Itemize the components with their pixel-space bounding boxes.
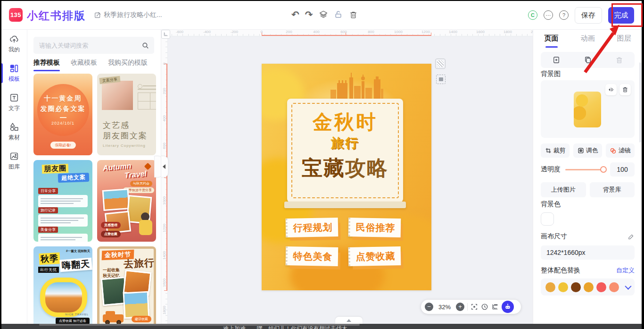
sidebar-item-mine[interactable]: 我的 — [1, 29, 27, 59]
poster-title-line2: 旅行 — [287, 135, 403, 152]
zoom-in-button[interactable]: + — [456, 303, 464, 311]
poster-canvas-page[interactable]: 金秋时 旅行 宝藏攻略 行程规划 民俗推荐 特色美食 点赞收藏 — [262, 64, 431, 290]
decor — [143, 85, 156, 86]
template-badge: 建议收藏 — [132, 316, 151, 322]
brand-logo[interactable]: 135 — [9, 8, 23, 22]
canvas-size-input[interactable]: 1242*1660px — [541, 245, 635, 260]
bg-library-button[interactable]: 背景库 — [590, 182, 635, 197]
panel-scrollbar[interactable] — [639, 62, 641, 143]
bg-image-thumbnail[interactable] — [574, 92, 601, 127]
poster-tag: 行程规划 — [286, 218, 339, 237]
template-card-golden-autumn[interactable]: 金秋时节 去旅行 一起收集 秋天记忆 建议收藏 — [97, 246, 156, 324]
crop-button[interactable]: 裁剪 — [541, 143, 570, 158]
canvas-transparency-toggle[interactable] — [435, 59, 446, 69]
divider — [467, 303, 468, 311]
tab-page[interactable]: 页面 — [545, 34, 559, 48]
fit-screen-icon[interactable] — [471, 303, 478, 311]
palette-color[interactable] — [584, 282, 594, 292]
template-badge: 灵感整理 — [101, 222, 121, 228]
bg-source-buttons: 上传图片 背景库 — [541, 182, 635, 197]
palette-color[interactable] — [558, 282, 568, 292]
slider-knob[interactable] — [600, 166, 607, 173]
search-box[interactable] — [33, 37, 154, 54]
ruler-tick-label: 600 — [162, 143, 166, 149]
panel-collapse-handle[interactable] — [154, 156, 161, 177]
palette-color[interactable] — [609, 282, 619, 292]
search-input[interactable] — [38, 42, 141, 50]
layers-icon[interactable] — [319, 10, 328, 19]
duplicate-page-icon[interactable] — [584, 56, 592, 64]
template-subtitle: Literary Copywriting — [103, 143, 146, 148]
delete-page-icon[interactable] — [615, 56, 623, 64]
ruler-tick-label: 1400 — [449, 30, 457, 34]
ruler-tick-label: 400 — [162, 115, 166, 121]
opacity-value[interactable]: 100 — [610, 162, 635, 177]
canvas-thumbnail-toggle[interactable] — [436, 75, 446, 84]
search-icon[interactable] — [141, 42, 149, 50]
ruler-tick-label: 1600 — [476, 30, 485, 34]
chevron-down-icon[interactable] — [625, 283, 631, 290]
save-button[interactable]: 保存 — [575, 7, 602, 24]
template-card-golden-week[interactable]: 十一黄金周 发圈必备文案 2024/10/1 假期必看! — [33, 74, 92, 155]
tab-purchased[interactable]: 我购买的模版 — [108, 59, 148, 71]
app-window: 135 小红书排版 秋季旅行攻略小红... ↶ ↷ — [0, 0, 644, 329]
undo-icon[interactable]: ↶ — [291, 9, 299, 20]
clipped-text: 难上加难 嘿，姐们儿！你们有没有想过去伐木 — [223, 325, 347, 329]
tab-favorites[interactable]: 收藏模板 — [71, 59, 97, 71]
custom-palette-link[interactable]: 自定义 — [616, 266, 635, 275]
opacity-slider[interactable] — [565, 169, 603, 170]
add-page-icon[interactable] — [552, 56, 561, 64]
sidebar-nav: 我的 模板 文字 素材 — [1, 29, 27, 324]
template-card-literary[interactable]: 文案分享 文艺感 朋友圈文案 Literary Copywriting — [97, 74, 156, 155]
bottom-panel-expand-handle[interactable] — [335, 317, 363, 324]
flip-horizontal-icon[interactable] — [605, 84, 617, 95]
ruler-tick-label: 1600 — [162, 278, 166, 287]
palette-color[interactable] — [596, 282, 606, 292]
copyright-icon[interactable]: C — [528, 10, 537, 20]
sidebar-item-materials[interactable]: 素材 — [1, 117, 27, 146]
canvas-size-label: 画布尺寸 — [541, 232, 567, 241]
template-card-autumn-fun[interactable]: #一篇文 玩转秋天 秋季 出行无忧 嗨翻天 NICE TRAVEL 点赞收藏 旅… — [33, 246, 92, 324]
editor-app: 135 小红书排版 秋季旅行攻略小红... ↶ ↷ — [1, 1, 642, 324]
image-tools: 裁剪 调色 滤镜 — [541, 143, 635, 158]
edit-icon — [94, 11, 101, 19]
opacity-row: 透明度 100 — [541, 162, 635, 177]
palette-color[interactable] — [571, 282, 581, 292]
zoom-out-button[interactable]: − — [425, 303, 433, 311]
template-title: 发圈必备文案 — [33, 105, 92, 113]
feedback-icon[interactable]: ⋯ — [544, 10, 553, 20]
history-icon[interactable] — [481, 303, 488, 311]
done-button[interactable]: 完成 — [608, 7, 634, 24]
palette-color[interactable] — [545, 282, 555, 292]
sidebar-item-gallery[interactable]: 图库 — [1, 146, 27, 176]
template-card-moments-copy[interactable]: 朋友圈 超绝文案 日常分享 旅行记录 美食分享 — [33, 160, 92, 242]
bg-color-swatch[interactable] — [541, 212, 554, 226]
canvas-area[interactable]: -600-400-2000200400600800100012001400160… — [161, 29, 533, 324]
photo-thumbnail — [102, 81, 133, 110]
filter-button[interactable]: 滤镜 — [606, 143, 635, 158]
redo-icon[interactable]: ↷ — [305, 9, 313, 20]
tab-recommended[interactable]: 推荐模板 — [33, 59, 60, 71]
unlock-icon[interactable] — [334, 10, 343, 19]
template-badge: 点赞收藏 — [101, 231, 121, 237]
upload-image-button[interactable]: 上传图片 — [541, 182, 586, 197]
document-title-group[interactable]: 秋季旅行攻略小红... — [94, 11, 162, 19]
ruler-tick-label: 1800 — [504, 30, 512, 34]
template-card-autumn-travel[interactable]: Autumn Travel 与秋天约会 秋季旅游干货分享 灵感整理 点赞收藏 — [97, 160, 156, 242]
sidebar-item-text[interactable]: 文字 — [1, 88, 27, 117]
delete-icon[interactable] — [349, 10, 358, 19]
tab-animation[interactable]: 动画 — [581, 34, 595, 48]
sidebar-item-templates[interactable]: 模板 — [1, 59, 27, 88]
ruler-corner-icon[interactable] — [161, 30, 170, 39]
template-tabs: 推荐模板 收藏模板 我购买的模版 — [33, 59, 148, 71]
jeep-illustration — [103, 314, 124, 322]
template-panel-collapse-handle[interactable] — [161, 156, 168, 177]
tab-layers[interactable]: 图层 — [617, 34, 631, 48]
tone-button[interactable]: 调色 — [573, 143, 602, 158]
help-icon[interactable]: ? — [559, 10, 569, 20]
poster-title-guide: 攻略 — [345, 156, 388, 179]
ai-assistant-button[interactable] — [502, 301, 514, 313]
ruler-toggle-icon[interactable] — [491, 303, 499, 311]
edit-size-icon[interactable] — [627, 233, 635, 240]
remove-bg-icon[interactable] — [619, 84, 631, 95]
